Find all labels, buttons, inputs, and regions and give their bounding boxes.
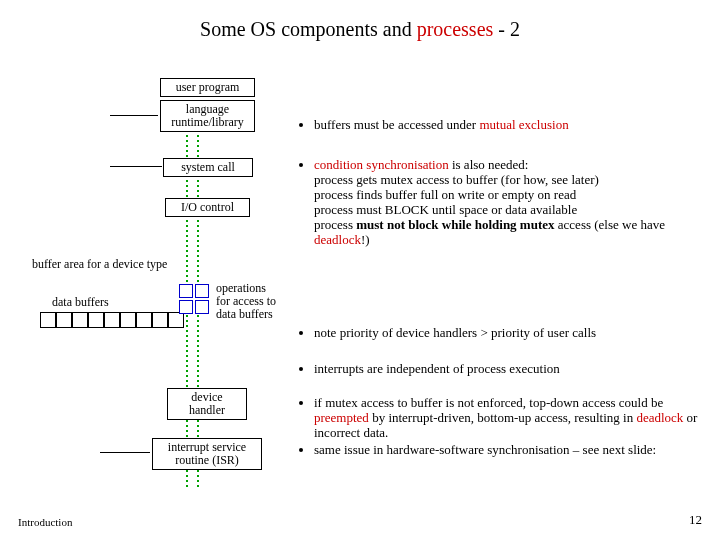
operations-label: operations for access to data buffers — [216, 282, 276, 322]
system-call-box: system call — [163, 158, 253, 177]
footer-left: Introduction — [18, 516, 72, 528]
arrow-to-runtime — [110, 115, 158, 116]
isr-box: interrupt service routine (ISR) — [152, 438, 262, 470]
buffer-area-label: buffer area for a device type — [32, 258, 167, 271]
bullet-2: condition synchronisation is also needed… — [300, 158, 705, 250]
ops-box-1 — [179, 284, 193, 298]
arrow-to-isr — [100, 452, 150, 453]
language-runtime-box: language runtime/library — [160, 100, 255, 132]
arrow-to-syscall — [110, 166, 162, 167]
user-program-box: user program — [160, 78, 255, 97]
page-title: Some OS components and processes - 2 — [0, 18, 720, 41]
data-buffers-label: data buffers — [52, 296, 109, 309]
io-control-box: I/O control — [165, 198, 250, 217]
device-handler-box: device handler — [167, 388, 247, 420]
bullet-1: buffers must be accessed under mutual ex… — [300, 118, 705, 135]
page-number: 12 — [689, 512, 702, 528]
ops-box-4 — [195, 300, 209, 314]
bullet-4: interrupts are independent of process ex… — [300, 362, 705, 379]
bullet-3: note priority of device handlers > prior… — [300, 326, 705, 343]
bullet-5: if mutex access to buffer is not enforce… — [300, 396, 705, 460]
buffer-cells — [40, 312, 184, 328]
ops-box-3 — [179, 300, 193, 314]
ops-box-2 — [195, 284, 209, 298]
